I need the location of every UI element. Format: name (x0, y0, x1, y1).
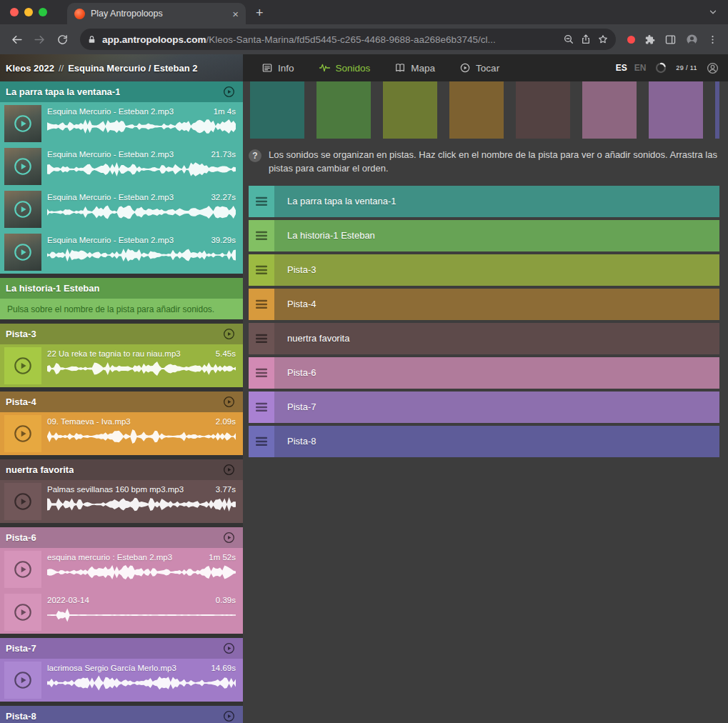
track-name-bar[interactable]: Pista-4 (274, 289, 719, 320)
track-color-swatch[interactable] (316, 81, 371, 139)
play-track-button[interactable] (222, 395, 236, 409)
track-row[interactable]: La parra tapa la ventana-1 (249, 186, 719, 217)
audio-clip[interactable]: Esquina Mercurio - Esteban 2.mp332.27s (0, 188, 243, 231)
zoom-indicator-icon[interactable] (563, 34, 574, 45)
side-panel-icon[interactable] (664, 34, 677, 46)
tab-sonidos[interactable]: Sonidos (319, 62, 371, 74)
clip-thumbnail[interactable] (4, 551, 41, 588)
clip-duration: 21.73s (211, 150, 236, 159)
track-section-header[interactable]: La historia-1 Esteban (0, 278, 243, 299)
track-section-header[interactable]: Pista-3 (0, 324, 243, 344)
track-section-header[interactable]: nuertra favorita (0, 459, 243, 480)
play-track-button[interactable] (222, 531, 236, 544)
tab-list-chevron-icon[interactable] (708, 7, 718, 17)
track-color-swatch[interactable] (516, 81, 570, 139)
track-row[interactable]: Pista-3 (249, 254, 719, 286)
track-color-swatch[interactable] (649, 81, 703, 139)
clip-thumbnail[interactable] (4, 191, 41, 228)
help-note: ? Los sonidos se organizan en pistas. Ha… (249, 149, 719, 176)
drag-handle[interactable] (249, 323, 274, 354)
account-icon[interactable] (706, 61, 719, 75)
track-name-bar[interactable]: La historia-1 Esteban (274, 220, 719, 251)
drag-handle[interactable] (249, 426, 274, 457)
clip-thumbnail[interactable] (4, 105, 41, 142)
address-bar[interactable]: app.antropoloops.com/Kleos-Santa-Marina/… (80, 29, 616, 50)
tab-mapa[interactable]: Mapa (394, 62, 435, 74)
reload-button[interactable] (51, 29, 73, 50)
track-row[interactable]: Pista-8 (249, 426, 719, 457)
track-row[interactable]: Pista-7 (249, 392, 719, 423)
browser-menu-icon[interactable] (707, 34, 718, 46)
audio-clip[interactable]: 09. Temaeva - Iva.mp32.09s (0, 412, 243, 455)
play-track-button[interactable] (222, 85, 236, 99)
clip-thumbnail[interactable] (4, 234, 41, 271)
track-row[interactable]: nuertra favorita (249, 323, 719, 354)
tab-info[interactable]: Info (261, 62, 294, 74)
track-name-bar[interactable]: La parra tapa la ventana-1 (274, 186, 719, 217)
play-track-button[interactable] (222, 463, 236, 477)
drag-handle[interactable] (249, 357, 274, 389)
clip-thumbnail[interactable] (4, 415, 41, 452)
lang-en[interactable]: EN (634, 63, 647, 73)
track-section-header[interactable]: La parra tapa la ventana-1 (0, 81, 243, 102)
audio-clip[interactable]: Esquina Mercurio - Esteban 2.mp321.73s (0, 145, 243, 188)
track-color-swatch[interactable] (449, 81, 504, 139)
project-breadcrumb[interactable]: Kleos 2022 // Esquina Mercurio / Esteban… (0, 54, 243, 81)
play-track-button[interactable] (222, 327, 236, 341)
audio-clip[interactable]: 22 Ua reka te tagnia to rau niau.mp35.45… (0, 344, 243, 387)
clip-thumbnail[interactable] (4, 594, 41, 631)
audio-clip[interactable]: esquina mercurio : Esteban 2.mp31m 52s (0, 548, 243, 591)
track-section-header[interactable]: Pista-7 (0, 638, 243, 659)
profile-avatar-icon[interactable] (685, 33, 699, 46)
track-color-swatch[interactable] (715, 81, 719, 139)
audio-clip[interactable]: Esquina Mercurio - Esteban 2.mp339.29s (0, 231, 243, 274)
drag-handle[interactable] (249, 392, 274, 423)
play-circle-icon (12, 491, 34, 512)
audio-clip[interactable]: 2022-03-140.39s (0, 591, 243, 634)
play-track-button[interactable] (222, 642, 236, 655)
track-color-swatch[interactable] (250, 81, 304, 139)
clip-thumbnail[interactable] (4, 483, 41, 520)
play-track-button[interactable] (222, 709, 236, 723)
tab-close-icon[interactable]: × (232, 9, 239, 19)
track-name-bar[interactable]: nuertra favorita (274, 323, 719, 354)
lang-es[interactable]: ES (616, 63, 627, 73)
tab-favicon-icon (74, 9, 85, 19)
recording-indicator-icon[interactable] (627, 36, 635, 44)
track-section-header[interactable]: Pista-4 (0, 392, 243, 412)
browser-tab[interactable]: Play Antropoloops × (67, 3, 246, 24)
audio-clip[interactable]: Palmas sevillanas 160 bpm mp3.mp33.77s (0, 480, 243, 523)
audio-clip[interactable]: Esquina Mercurio - Esteban 2.mp31m 4s (0, 102, 243, 145)
drag-handle[interactable] (249, 254, 274, 286)
drag-handle[interactable] (249, 289, 274, 320)
track-name-bar[interactable]: Pista-3 (274, 254, 719, 286)
back-button[interactable] (6, 29, 27, 50)
close-window-button[interactable] (10, 8, 19, 16)
language-switcher: ESEN (616, 63, 647, 73)
track-row[interactable]: Pista-4 (249, 289, 719, 320)
zoom-window-button[interactable] (39, 8, 47, 16)
track-section-header[interactable]: Pista-6 (0, 527, 243, 548)
track-name-bar[interactable]: Pista-6 (274, 357, 719, 389)
track-color-swatch[interactable] (582, 81, 637, 139)
track-row[interactable]: Pista-6 (249, 357, 719, 389)
extensions-puzzle-icon[interactable] (644, 34, 656, 46)
clip-thumbnail[interactable] (4, 662, 41, 699)
tab-tocar[interactable]: Tocar (459, 62, 499, 74)
track-name-bar[interactable]: Pista-7 (274, 392, 719, 423)
clip-thumbnail[interactable] (4, 148, 41, 185)
track-row[interactable]: La historia-1 Esteban (249, 220, 719, 251)
track-section-header[interactable]: Pista-8 (0, 706, 243, 723)
minimize-window-button[interactable] (24, 8, 33, 16)
clip-thumbnail[interactable] (4, 347, 41, 384)
clip-info: 22 Ua reka te tagnia to rau niau.mp35.45… (47, 347, 236, 377)
audio-clip[interactable]: lacrimosa Sergio García Merlo.mp314.69s (0, 659, 243, 702)
track-color-swatch[interactable] (383, 81, 437, 139)
new-tab-button[interactable]: + (256, 6, 264, 21)
share-icon[interactable] (580, 34, 592, 45)
bookmark-star-icon[interactable] (597, 34, 609, 45)
drag-handle[interactable] (249, 220, 274, 251)
forward-button[interactable] (29, 29, 50, 50)
track-name-bar[interactable]: Pista-8 (274, 426, 719, 457)
drag-handle[interactable] (249, 186, 274, 217)
